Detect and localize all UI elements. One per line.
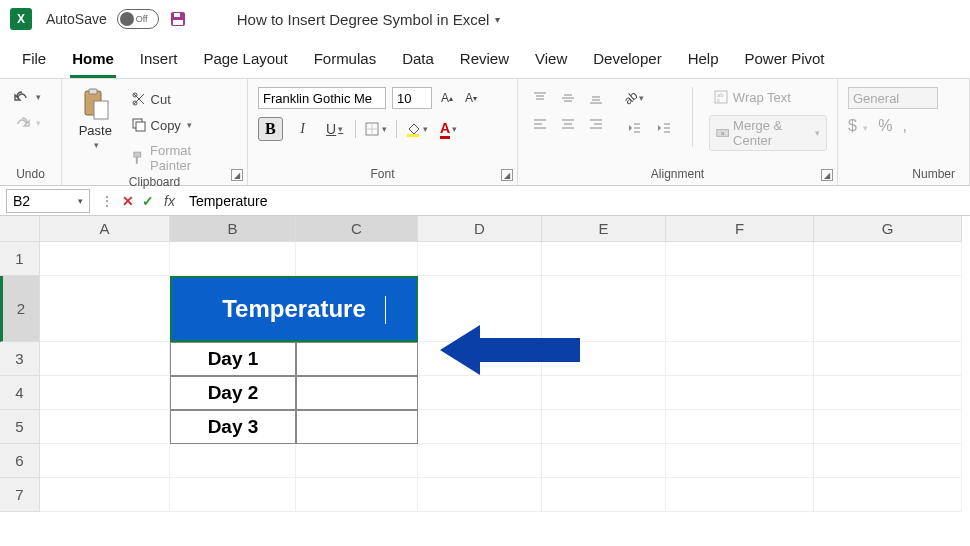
number-format-select[interactable]: General bbox=[848, 87, 938, 109]
cell-d5[interactable] bbox=[418, 410, 542, 444]
increase-indent-button[interactable] bbox=[652, 117, 676, 139]
row-header-7[interactable]: 7 bbox=[0, 478, 40, 512]
cell-f6[interactable] bbox=[666, 444, 814, 478]
cell-f7[interactable] bbox=[666, 478, 814, 512]
row-header-3[interactable]: 3 bbox=[0, 342, 40, 376]
cell-d4[interactable] bbox=[418, 376, 542, 410]
name-box[interactable]: B2 ▾ bbox=[6, 189, 90, 213]
cell-b3[interactable]: Day 1 bbox=[170, 342, 296, 376]
fill-color-button[interactable]: ▾ bbox=[405, 118, 429, 140]
cell-g2[interactable] bbox=[814, 276, 962, 342]
align-left-button[interactable] bbox=[528, 113, 552, 135]
font-dialog-launcher[interactable]: ◢ bbox=[501, 169, 513, 181]
align-bottom-button[interactable] bbox=[584, 87, 608, 109]
cell-b4[interactable]: Day 2 bbox=[170, 376, 296, 410]
tab-formulas[interactable]: Formulas bbox=[312, 46, 379, 78]
font-size-input[interactable] bbox=[392, 87, 432, 109]
alignment-dialog-launcher[interactable]: ◢ bbox=[821, 169, 833, 181]
tab-page-layout[interactable]: Page Layout bbox=[201, 46, 289, 78]
row-header-5[interactable]: 5 bbox=[0, 410, 40, 444]
cell-f4[interactable] bbox=[666, 376, 814, 410]
borders-button[interactable]: ▾ bbox=[364, 118, 388, 140]
italic-button[interactable]: I bbox=[291, 118, 315, 140]
increase-font-button[interactable]: A▴ bbox=[438, 89, 456, 107]
tab-home[interactable]: Home bbox=[70, 46, 116, 78]
cell-a5[interactable] bbox=[40, 410, 170, 444]
font-color-button[interactable]: A▾ bbox=[437, 118, 461, 140]
row-header-1[interactable]: 1 bbox=[0, 242, 40, 276]
cell-g3[interactable] bbox=[814, 342, 962, 376]
cell-a1[interactable] bbox=[40, 242, 170, 276]
cell-e7[interactable] bbox=[542, 478, 666, 512]
cell-c1[interactable] bbox=[296, 242, 418, 276]
align-center-button[interactable] bbox=[556, 113, 580, 135]
underline-button[interactable]: U▾ bbox=[323, 118, 347, 140]
tab-insert[interactable]: Insert bbox=[138, 46, 180, 78]
col-header-g[interactable]: G bbox=[814, 216, 962, 242]
cut-button[interactable]: Cut bbox=[127, 89, 237, 109]
cell-e6[interactable] bbox=[542, 444, 666, 478]
col-header-c[interactable]: C bbox=[296, 216, 418, 242]
document-title[interactable]: How to Insert Degree Symbol in Excel ▾ bbox=[237, 11, 501, 28]
cell-b6[interactable] bbox=[170, 444, 296, 478]
cell-a4[interactable] bbox=[40, 376, 170, 410]
cell-e4[interactable] bbox=[542, 376, 666, 410]
cell-c3[interactable] bbox=[296, 342, 418, 376]
row-header-6[interactable]: 6 bbox=[0, 444, 40, 478]
comma-button[interactable]: , bbox=[903, 117, 907, 135]
merge-center-button[interactable]: a Merge & Center ▾ bbox=[709, 115, 827, 151]
row-header-4[interactable]: 4 bbox=[0, 376, 40, 410]
tab-data[interactable]: Data bbox=[400, 46, 436, 78]
cell-c5[interactable] bbox=[296, 410, 418, 444]
row-header-2[interactable]: 2 bbox=[0, 276, 40, 342]
align-middle-button[interactable] bbox=[556, 87, 580, 109]
redo-button[interactable]: ▾ bbox=[10, 113, 45, 133]
cell-b5[interactable]: Day 3 bbox=[170, 410, 296, 444]
col-header-a[interactable]: A bbox=[40, 216, 170, 242]
col-header-d[interactable]: D bbox=[418, 216, 542, 242]
cell-b1[interactable] bbox=[170, 242, 296, 276]
col-header-f[interactable]: F bbox=[666, 216, 814, 242]
cell-c6[interactable] bbox=[296, 444, 418, 478]
align-right-button[interactable] bbox=[584, 113, 608, 135]
tab-help[interactable]: Help bbox=[686, 46, 721, 78]
copy-button[interactable]: Copy ▾ bbox=[127, 115, 237, 135]
clipboard-dialog-launcher[interactable]: ◢ bbox=[231, 169, 243, 181]
cell-a7[interactable] bbox=[40, 478, 170, 512]
cell-f3[interactable] bbox=[666, 342, 814, 376]
cell-g7[interactable] bbox=[814, 478, 962, 512]
cell-g4[interactable] bbox=[814, 376, 962, 410]
cancel-button[interactable]: ✕ bbox=[122, 193, 134, 209]
cell-g5[interactable] bbox=[814, 410, 962, 444]
cell-d7[interactable] bbox=[418, 478, 542, 512]
accounting-button[interactable]: $ ▾ bbox=[848, 117, 868, 135]
cell-a6[interactable] bbox=[40, 444, 170, 478]
tab-power-pivot[interactable]: Power Pivot bbox=[743, 46, 827, 78]
font-name-input[interactable] bbox=[258, 87, 386, 109]
cell-b2-merged[interactable]: Temperature bbox=[170, 276, 418, 342]
cell-f2[interactable] bbox=[666, 276, 814, 342]
cell-b7[interactable] bbox=[170, 478, 296, 512]
cell-e1[interactable] bbox=[542, 242, 666, 276]
align-top-button[interactable] bbox=[528, 87, 552, 109]
tab-file[interactable]: File bbox=[20, 46, 48, 78]
autosave-toggle[interactable]: Off bbox=[117, 9, 159, 29]
cell-a2[interactable] bbox=[40, 276, 170, 342]
cell-c4[interactable] bbox=[296, 376, 418, 410]
cell-a3[interactable] bbox=[40, 342, 170, 376]
enter-button[interactable]: ✓ bbox=[142, 193, 154, 209]
decrease-indent-button[interactable] bbox=[622, 117, 646, 139]
save-icon[interactable] bbox=[169, 10, 187, 28]
cell-g1[interactable] bbox=[814, 242, 962, 276]
paste-button[interactable]: Paste ▾ bbox=[72, 87, 119, 150]
cell-f5[interactable] bbox=[666, 410, 814, 444]
cell-e5[interactable] bbox=[542, 410, 666, 444]
format-painter-button[interactable]: Format Painter bbox=[127, 141, 237, 175]
cell-c7[interactable] bbox=[296, 478, 418, 512]
decrease-font-button[interactable]: A▾ bbox=[462, 89, 480, 107]
percent-button[interactable]: % bbox=[878, 117, 892, 135]
cell-d1[interactable] bbox=[418, 242, 542, 276]
select-all-corner[interactable] bbox=[0, 216, 40, 242]
tab-view[interactable]: View bbox=[533, 46, 569, 78]
fx-label[interactable]: fx bbox=[164, 193, 175, 209]
